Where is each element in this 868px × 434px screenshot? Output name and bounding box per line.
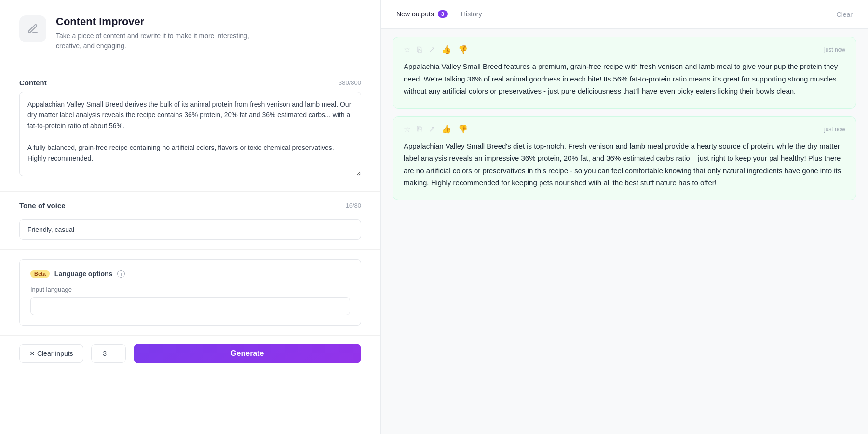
clear-inputs-label: ✕ Clear inputs <box>29 350 73 357</box>
content-char-count: 380/800 <box>339 79 361 86</box>
beta-badge: Beta <box>30 270 50 278</box>
tool-title: Content Improver <box>56 15 258 28</box>
tabs-bar: New outputs 3 History Clear <box>381 0 868 29</box>
output-timestamp: just now <box>824 126 845 133</box>
star-icon[interactable]: ☆ <box>404 125 410 133</box>
share-icon[interactable]: ↗ <box>429 46 435 54</box>
tool-info: Content Improver Take a piece of content… <box>56 15 258 51</box>
generate-label: Generate <box>231 349 264 357</box>
right-panel: New outputs 3 History Clear ☆ ⎘ ↗ 👍 👎 ju… <box>381 0 868 434</box>
content-section: Content 380/800 <box>0 65 380 192</box>
generate-button[interactable]: Generate <box>134 344 361 363</box>
tone-char-count: 16/80 <box>345 202 361 209</box>
share-icon[interactable]: ↗ <box>429 125 435 133</box>
content-textarea[interactable] <box>19 92 361 176</box>
tone-label: Tone of voice <box>19 202 66 210</box>
language-dropdown[interactable]: English Spanish French German <box>30 297 350 315</box>
language-options-title: Language options <box>54 270 113 278</box>
card-actions-row: ☆ ⎘ ↗ 👍 👎 just now <box>404 125 845 133</box>
thumbs-down-icon[interactable]: 👎 <box>458 46 468 54</box>
star-icon[interactable]: ☆ <box>404 46 410 54</box>
new-outputs-label: New outputs <box>396 10 434 18</box>
clear-inputs-button[interactable]: ✕ Clear inputs <box>19 344 83 363</box>
language-options-header: Beta Language options i <box>30 270 350 278</box>
tool-header: Content Improver Take a piece of content… <box>0 0 380 65</box>
tone-section: Tone of voice 16/80 <box>0 192 380 250</box>
history-label: History <box>461 10 482 18</box>
tone-label-row: Tone of voice 16/80 <box>19 202 361 210</box>
new-outputs-badge: 3 <box>438 10 448 18</box>
thumbs-up-icon[interactable]: 👍 <box>442 46 451 54</box>
tab-history[interactable]: History <box>461 1 482 27</box>
tone-input[interactable] <box>19 219 361 240</box>
tab-new-outputs[interactable]: New outputs 3 <box>396 1 448 27</box>
copy-icon[interactable]: ⎘ <box>417 125 422 133</box>
input-language-label: Input language <box>30 286 350 293</box>
copy-icon[interactable]: ⎘ <box>417 46 422 54</box>
language-section: Beta Language options i Input language E… <box>0 250 380 336</box>
language-info-icon[interactable]: i <box>117 270 125 278</box>
thumbs-down-icon[interactable]: 👎 <box>458 125 468 133</box>
output-card: ☆ ⎘ ↗ 👍 👎 just now Appalachian Valley Sm… <box>393 116 856 200</box>
content-label: Content <box>19 79 47 87</box>
card-actions-row: ☆ ⎘ ↗ 👍 👎 just now <box>404 46 845 54</box>
content-label-row: Content 380/800 <box>19 79 361 87</box>
footer-bar: ✕ Clear inputs Generate <box>0 336 380 371</box>
outputs-list: ☆ ⎘ ↗ 👍 👎 just now Appalachia Valley Sma… <box>381 29 868 434</box>
left-panel: Content Improver Take a piece of content… <box>0 0 381 434</box>
tool-icon-wrap <box>19 15 46 42</box>
output-text: Appalachia Valley Small Breed features a… <box>404 60 845 97</box>
output-text: Appalachian Valley Small Breed's diet is… <box>404 140 845 189</box>
language-options-box: Beta Language options i Input language E… <box>19 259 361 326</box>
thumbs-up-icon[interactable]: 👍 <box>442 125 451 133</box>
num-outputs-input[interactable] <box>91 344 126 363</box>
pencil-icon <box>27 23 39 35</box>
output-timestamp: just now <box>824 46 845 53</box>
clear-outputs-label: Clear <box>837 11 853 18</box>
tool-description: Take a piece of content and rewrite it t… <box>56 31 258 51</box>
output-card: ☆ ⎘ ↗ 👍 👎 just now Appalachia Valley Sma… <box>393 37 856 108</box>
clear-outputs-button[interactable]: Clear <box>837 11 853 18</box>
